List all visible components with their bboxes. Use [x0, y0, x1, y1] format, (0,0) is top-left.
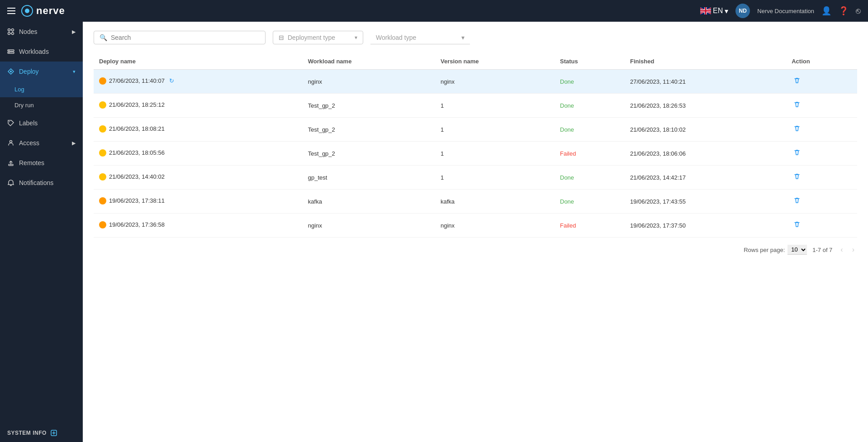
deploy-name-text: 21/06/2023, 14:40:02: [109, 173, 165, 180]
table-row: 21/06/2023, 18:08:21 Test_gp_2 1 Done 21…: [94, 118, 857, 142]
refresh-icon[interactable]: ↻: [169, 77, 174, 84]
content-area: 🔍 ⊟ Deployment type ▾ Workload type ▾ De…: [83, 22, 868, 442]
sidebar-sub-item-dry-run-label: Dry run: [14, 102, 34, 109]
sidebar-item-deploy[interactable]: Deploy ▾: [0, 62, 83, 81]
delete-button[interactable]: [792, 99, 802, 112]
labels-icon: [7, 119, 14, 127]
sidebar-item-workloads[interactable]: Workloads: [0, 42, 83, 62]
logout-icon[interactable]: ⎋: [856, 6, 861, 16]
avatar[interactable]: ND: [735, 4, 750, 18]
sidebar-item-remotes[interactable]: Remotes: [0, 153, 83, 173]
sidebar-item-workloads-label: Workloads: [19, 48, 49, 55]
svg-point-2: [8, 29, 10, 31]
sidebar-item-nodes[interactable]: Nodes ▶: [0, 22, 83, 42]
sidebar-sub-item-log[interactable]: Log: [0, 81, 83, 97]
sidebar-item-labels-label: Labels: [19, 119, 38, 127]
deploy-chevron: ▾: [73, 69, 76, 75]
nodes-chevron: ▶: [72, 29, 76, 35]
sidebar-item-nodes-label: Nodes: [19, 28, 37, 35]
cell-workload-name: gp_test: [303, 166, 435, 190]
deploy-icon: [7, 68, 14, 75]
system-info-label: SYSTEM INFO: [7, 430, 47, 436]
workloads-icon: [7, 48, 14, 55]
rows-per-page-select[interactable]: 10 25 50: [787, 245, 807, 255]
delete-button[interactable]: [792, 219, 802, 232]
svg-point-15: [9, 121, 10, 122]
language-label: EN: [713, 7, 723, 15]
status-circle-icon: [99, 149, 106, 157]
cell-version-name: kafka: [435, 190, 555, 214]
trash-icon: [793, 221, 801, 228]
cell-version-name: 1: [435, 94, 555, 118]
rows-per-page-label: Rows per page:: [744, 247, 785, 253]
cell-deploy-name: 19/06/2023, 17:38:11: [94, 190, 303, 214]
search-input[interactable]: [111, 34, 260, 41]
trash-icon: [793, 173, 801, 180]
sidebar-item-remotes-label: Remotes: [19, 159, 44, 166]
delete-button[interactable]: [792, 195, 802, 208]
cell-deploy-name: 19/06/2023, 17:36:58: [94, 214, 303, 238]
hamburger-button[interactable]: [7, 8, 15, 14]
sidebar-item-labels[interactable]: Labels: [0, 113, 83, 133]
status-circle-icon: [99, 197, 106, 204]
trash-icon: [793, 77, 801, 84]
cell-action: [786, 142, 857, 166]
search-icon: 🔍: [100, 34, 107, 41]
sidebar-item-access-label: Access: [19, 139, 39, 147]
cell-version-name: nginx: [435, 214, 555, 238]
user-icon[interactable]: 👤: [821, 6, 831, 16]
status-circle-icon: [99, 125, 106, 133]
page-nav: ‹ ›: [838, 245, 857, 255]
toolbar: 🔍 ⊟ Deployment type ▾ Workload type ▾: [94, 31, 857, 44]
sidebar-item-access[interactable]: Access ▶: [0, 133, 83, 153]
cell-finished: 27/06/2023, 11:40:21: [625, 70, 786, 94]
cell-workload-name: nginx: [303, 214, 435, 238]
nerve-documentation-link[interactable]: Nerve Documentation: [757, 8, 814, 14]
table-row: 19/06/2023, 17:36:58 nginx nginx Failed …: [94, 214, 857, 238]
workload-type-dropdown[interactable]: Workload type ▾: [370, 31, 470, 44]
table-row: 19/06/2023, 17:38:11 kafka kafka Done 19…: [94, 190, 857, 214]
cell-action: [786, 214, 857, 238]
delete-button[interactable]: [792, 75, 802, 88]
deploy-name-text: 19/06/2023, 17:38:11: [109, 197, 165, 204]
deploy-name-cell: 21/06/2023, 18:25:12: [99, 101, 165, 109]
status-badge: Failed: [560, 150, 576, 157]
svg-point-14: [10, 71, 12, 72]
cell-status: Failed: [555, 214, 625, 238]
trash-icon: [793, 125, 801, 132]
language-selector[interactable]: EN ▾: [700, 7, 728, 15]
rows-per-page: Rows per page: 10 25 50: [744, 245, 807, 255]
cell-finished: 19/06/2023, 17:37:50: [625, 214, 786, 238]
system-info-button[interactable]: SYSTEM INFO: [7, 429, 76, 437]
cell-finished: 21/06/2023, 18:26:53: [625, 94, 786, 118]
delete-button[interactable]: [792, 123, 802, 136]
cell-finished: 21/06/2023, 14:42:17: [625, 166, 786, 190]
cell-version-name: 1: [435, 118, 555, 142]
next-page-button[interactable]: ›: [849, 245, 857, 255]
cell-workload-name: Test_gp_2: [303, 142, 435, 166]
cell-deploy-name: 21/06/2023, 18:25:12: [94, 94, 303, 118]
deploy-name-text: 21/06/2023, 18:08:21: [109, 125, 165, 132]
col-action: Action: [786, 53, 857, 70]
sidebar-item-notifications[interactable]: Notifications: [0, 173, 83, 193]
delete-button[interactable]: [792, 147, 802, 160]
prev-page-button[interactable]: ‹: [838, 245, 845, 255]
col-deploy-name: Deploy name: [94, 53, 303, 70]
workload-type-label: Workload type: [376, 34, 416, 41]
table-row: 21/06/2023, 18:25:12 Test_gp_2 1 Done 21…: [94, 94, 857, 118]
status-badge: Done: [560, 126, 574, 133]
nodes-icon: [7, 28, 14, 35]
delete-button[interactable]: [792, 171, 802, 184]
cell-action: [786, 118, 857, 142]
deployment-type-dropdown[interactable]: ⊟ Deployment type ▾: [273, 31, 363, 44]
svg-point-5: [12, 33, 14, 35]
cell-version-name: 1: [435, 142, 555, 166]
deployment-type-label: Deployment type: [288, 34, 335, 41]
notifications-icon: [7, 179, 14, 186]
sidebar-sub-item-dry-run[interactable]: Dry run: [0, 97, 83, 113]
help-icon[interactable]: ❓: [839, 6, 849, 16]
status-badge: Failed: [560, 222, 576, 229]
cell-workload-name: Test_gp_2: [303, 118, 435, 142]
status-circle-icon: [99, 101, 106, 109]
table-row: 21/06/2023, 14:40:02 gp_test 1 Done 21/0…: [94, 166, 857, 190]
